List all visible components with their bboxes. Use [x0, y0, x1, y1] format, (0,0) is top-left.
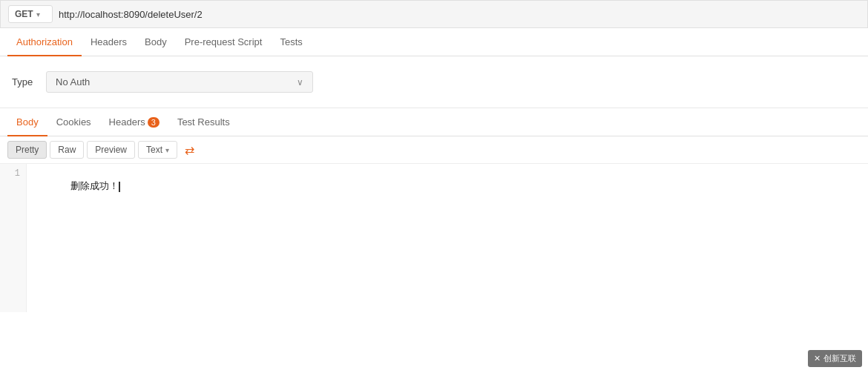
method-chevron-icon: ▾ [36, 10, 40, 19]
watermark-symbol: ✕ [814, 354, 821, 363]
cursor [119, 182, 120, 192]
code-area: 1 删除成功！ [0, 164, 868, 312]
method-label: GET [15, 9, 33, 19]
tab-body[interactable]: Body [136, 29, 176, 56]
format-type-label: Text [146, 145, 162, 155]
type-label: Type [12, 76, 34, 88]
tab-headers[interactable]: Headers [82, 29, 136, 56]
url-input[interactable] [59, 9, 860, 20]
tab-authorization[interactable]: Authorization [7, 29, 82, 56]
request-tabs: Authorization Headers Body Pre-request S… [0, 28, 868, 56]
response-tabs: Body Cookies Headers3 Test Results [0, 108, 868, 136]
wrap-icon[interactable]: ⇄ [185, 143, 194, 157]
response-tab-body[interactable]: Body [7, 109, 47, 136]
watermark: ✕ 创新互联 [808, 350, 862, 367]
response-tab-headers[interactable]: Headers3 [100, 109, 168, 136]
code-text: 删除成功！ [70, 181, 119, 192]
url-bar: GET ▾ [0, 0, 868, 28]
tab-tests[interactable]: Tests [271, 29, 311, 56]
line-number-1: 1 [6, 168, 20, 179]
response-tab-cookies[interactable]: Cookies [47, 109, 100, 136]
method-selector[interactable]: GET ▾ [8, 5, 53, 23]
response-section: Body Cookies Headers3 Test Results Prett… [0, 108, 868, 312]
auth-type-value: No Auth [56, 76, 90, 88]
pretty-button[interactable]: Pretty [7, 141, 47, 159]
code-content[interactable]: 删除成功！ [27, 164, 868, 312]
format-type-chevron-icon: ▾ [165, 146, 169, 154]
auth-type-chevron-icon: ∨ [297, 77, 303, 88]
response-toolbar: Pretty Raw Preview Text ▾ ⇄ [0, 136, 868, 164]
headers-badge: 3 [148, 117, 160, 128]
auth-section: Type No Auth ∨ [0, 56, 868, 108]
line-numbers: 1 [0, 164, 27, 312]
response-tab-test-results[interactable]: Test Results [168, 109, 239, 136]
watermark-text: 创新互联 [823, 353, 856, 364]
format-type-selector[interactable]: Text ▾ [138, 141, 177, 159]
tab-pre-request-script[interactable]: Pre-request Script [176, 29, 272, 56]
auth-type-select[interactable]: No Auth ∨ [46, 71, 313, 93]
preview-button[interactable]: Preview [87, 141, 135, 159]
raw-button[interactable]: Raw [50, 141, 84, 159]
